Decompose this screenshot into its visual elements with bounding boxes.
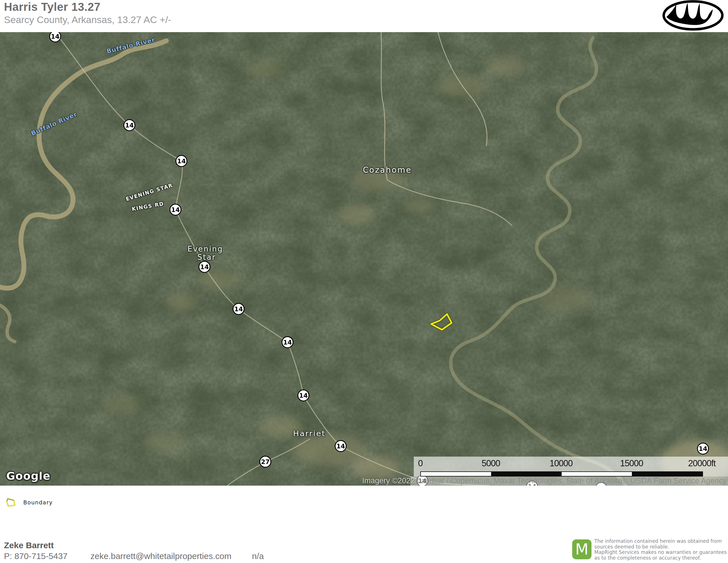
satellite-map[interactable]: Cozahome Evening Star Harriet EVENING ST… bbox=[0, 32, 728, 486]
scale-bar bbox=[420, 471, 703, 477]
highway-shield: 14 bbox=[169, 204, 181, 216]
header: Harris Tyler 13.27 Searcy County, Arkans… bbox=[0, 0, 728, 32]
footer: Zeke Barrett P: 870-715-5437 zeke.barret… bbox=[0, 535, 728, 563]
highway-shield: 14 bbox=[697, 443, 709, 455]
map-export-page: Harris Tyler 13.27 Searcy County, Arkans… bbox=[0, 0, 728, 563]
boundary-polygon-icon bbox=[5, 497, 16, 508]
scale-tick: 5000 bbox=[482, 458, 500, 469]
google-logo[interactable]: Google bbox=[6, 470, 50, 482]
page-subtitle: Searcy County, Arkansas, 13.27 AC +/- bbox=[4, 14, 171, 25]
whitetail-antler-logo-icon bbox=[661, 0, 725, 31]
highway-shield: 14 bbox=[175, 155, 187, 167]
agent-email: zeke.barrett@whitetailproperties.com bbox=[90, 551, 231, 561]
highway-shield: 14 bbox=[123, 119, 135, 131]
highway-shield: 14 bbox=[297, 390, 309, 402]
town-label-evening: Evening bbox=[187, 245, 223, 253]
legend-label: Boundary bbox=[23, 499, 53, 506]
highway-shield: 27 bbox=[259, 456, 271, 468]
legend: Boundary bbox=[0, 486, 728, 520]
town-label-cozahome: Cozahome bbox=[363, 165, 412, 175]
highway-shield: 14 bbox=[282, 336, 293, 348]
agent-phone: P: 870-715-5437 bbox=[4, 551, 68, 561]
highway-shield: 14 bbox=[198, 261, 210, 273]
agent-name: Zeke Barrett bbox=[4, 541, 54, 550]
scale-tick: 15000 bbox=[620, 458, 643, 469]
scale-tick: 0 bbox=[418, 458, 423, 469]
page-title: Harris Tyler 13.27 bbox=[4, 1, 101, 13]
imagery-attribution: Imagery ©2022 Landsat / Copernicus, Maxa… bbox=[362, 477, 727, 485]
mapright-logo: M bbox=[572, 539, 591, 559]
highway-shield: 14 bbox=[335, 440, 347, 452]
scale-tick: 20000ft bbox=[688, 458, 715, 469]
highway-shield: 14 bbox=[233, 303, 245, 315]
legend-item-boundary: Boundary bbox=[5, 497, 53, 508]
scale-tick: 10000 bbox=[549, 458, 572, 469]
satellite-imagery bbox=[0, 32, 728, 486]
disclaimer-text: The information contained herein was obt… bbox=[594, 539, 728, 561]
town-label-star: Star bbox=[197, 253, 216, 261]
agent-extra: n/a bbox=[252, 551, 264, 561]
town-label-harriet: Harriet bbox=[293, 429, 326, 438]
